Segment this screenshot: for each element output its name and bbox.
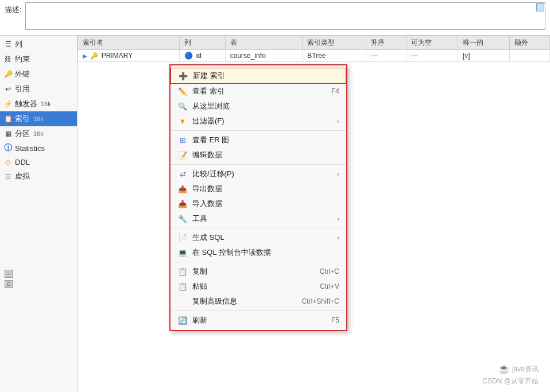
sidebar-item-triggers[interactable]: ⚡ 触发器 16k — [0, 96, 77, 111]
refresh-icon: 🔄 — [177, 315, 188, 325]
shortcut-view-index: F4 — [331, 87, 339, 95]
menu-label-import-data: 导入数据 — [192, 199, 222, 209]
divider-1 — [171, 130, 346, 131]
sidebar-item-label-constraints: 约束 — [15, 54, 30, 64]
paste-icon: 📋 — [177, 281, 188, 292]
sidebar-item-label-partitions: 分区 — [15, 129, 30, 139]
menu-label-view-index: 查看 索引 — [192, 86, 224, 96]
scrollbar-indicator[interactable] — [536, 3, 544, 11]
minimize-button[interactable]: − — [5, 270, 13, 278]
compare-migrate-arrow-icon: › — [337, 170, 339, 177]
menu-item-copy-advanced[interactable]: 复制高级信息 Ctrl+Shift+C — [171, 294, 346, 309]
menu-item-import-data[interactable]: 📥 导入数据 — [171, 196, 346, 211]
columns-icon: ☰ — [3, 40, 13, 49]
menu-item-paste[interactable]: 📋 粘贴 Ctrl+V — [171, 279, 346, 294]
menu-item-copy[interactable]: 📋 复制 Ctrl+C — [171, 264, 346, 279]
menu-label-refresh: 刷新 — [192, 315, 207, 325]
desc-input[interactable] — [25, 2, 545, 30]
new-index-icon: ➕ — [178, 71, 188, 81]
sidebar-item-statistics[interactable]: ⓘ Statistics — [0, 141, 77, 155]
divider-5 — [171, 311, 346, 311]
edit-data-icon: 📝 — [177, 150, 188, 160]
sidebar-item-label-triggers: 触发器 — [15, 99, 37, 109]
partitions-icon: ▦ — [3, 129, 13, 138]
menu-label-tools: 工具 — [192, 214, 207, 224]
foreign-keys-icon: 🔑 — [3, 69, 13, 79]
table-area: 索引名 列 表 索引类型 升序 可为空 唯一的 额外 ▶ 🔑 — [78, 36, 550, 392]
menu-item-er-diagram[interactable]: ⊞ 查看 ER 图 — [171, 133, 346, 148]
sidebar-item-columns[interactable]: ☰ 列 — [0, 37, 77, 52]
window-controls: − □ — [5, 270, 13, 288]
sidebar-item-label-references: 引用 — [15, 84, 30, 94]
ddl-icon: ◇ — [3, 157, 13, 166]
indexes-icon: 📋 — [3, 114, 13, 123]
sidebar-item-indexes[interactable]: 📋 索引 16k — [0, 111, 77, 126]
divider-3 — [171, 228, 346, 228]
menu-label-er-diagram: 查看 ER 图 — [192, 135, 229, 145]
sidebar-item-foreign-keys[interactable]: 🔑 外键 — [0, 67, 77, 81]
triggers-count: 16k — [41, 100, 51, 107]
menu-item-tools[interactable]: 🔧 工具 › — [171, 211, 346, 226]
statistics-icon: ⓘ — [3, 143, 13, 153]
view-index-icon: ✏️ — [177, 86, 188, 96]
tools-icon: 🔧 — [177, 214, 188, 224]
filter-icon: ▼ — [177, 116, 188, 126]
sidebar-item-label-statistics: Statistics — [15, 144, 45, 153]
partitions-count: 16k — [33, 130, 44, 137]
restore-button[interactable]: □ — [5, 280, 13, 288]
menu-item-view-index[interactable]: ✏️ 查看 索引 F4 — [171, 84, 346, 99]
tools-arrow-icon: › — [337, 215, 339, 222]
menu-label-export-data: 导出数据 — [192, 184, 222, 194]
sidebar-item-constraints[interactable]: ⛓ 约束 — [0, 52, 77, 67]
filter-arrow-icon: › — [337, 118, 339, 125]
shortcut-refresh: F5 — [331, 316, 339, 324]
menu-label-read-sql: 在 SQL 控制台中读数据 — [192, 247, 271, 258]
menu-item-new-index[interactable]: ➕ 新建 索引 — [171, 68, 346, 84]
menu-item-read-sql[interactable]: 💻 在 SQL 控制台中读数据 — [171, 245, 346, 260]
sidebar-item-label-foreign-keys: 外键 — [15, 69, 30, 79]
virtual-icon: ⊡ — [3, 172, 13, 181]
menu-label-paste: 粘贴 — [192, 281, 207, 292]
constraints-icon: ⛓ — [3, 55, 13, 64]
sidebar-item-label-indexes: 索引 — [15, 114, 30, 124]
sidebar-item-references[interactable]: ↩ 引用 — [0, 81, 77, 96]
triggers-icon: ⚡ — [3, 99, 13, 108]
shortcut-copy-advanced: Ctrl+Shift+C — [302, 297, 339, 305]
references-icon: ↩ — [3, 84, 13, 94]
read-sql-icon: 💻 — [177, 247, 188, 258]
generate-sql-arrow-icon: › — [337, 234, 339, 241]
menu-item-refresh[interactable]: 🔄 刷新 F5 — [171, 313, 346, 328]
menu-label-compare-migrate: 比较/迁移(P) — [192, 169, 234, 179]
sidebar-item-label-ddl: DDL — [15, 158, 30, 166]
menu-label-browse-here: 从这里浏览 — [192, 101, 230, 111]
menu-label-filter: 过滤器(F) — [192, 116, 224, 126]
sidebar-item-ddl[interactable]: ◇ DDL — [0, 155, 77, 169]
divider-4 — [171, 262, 346, 262]
copy-advanced-icon — [177, 296, 188, 306]
context-menu: ➕ 新建 索引 ✏️ 查看 索引 F4 🔍 从这里浏览 ▼ 过滤器( — [169, 64, 347, 331]
copy-icon: 📋 — [177, 266, 188, 277]
indexes-count: 16k — [33, 115, 44, 122]
divider-2 — [171, 164, 346, 165]
menu-label-new-index: 新建 索引 — [193, 71, 225, 81]
desc-label: 描述: — [5, 2, 22, 15]
sidebar-item-virtual[interactable]: ⊡ 虚拟 — [0, 169, 77, 184]
sidebar-item-partitions[interactable]: ▦ 分区 16k — [0, 126, 77, 141]
menu-item-export-data[interactable]: 📤 导出数据 — [171, 181, 346, 196]
menu-label-generate-sql: 生成 SQL — [192, 232, 224, 243]
shortcut-copy: Ctrl+C — [320, 267, 339, 275]
menu-label-copy-advanced: 复制高级信息 — [192, 296, 237, 306]
menu-item-filter[interactable]: ▼ 过滤器(F) › — [171, 114, 346, 129]
export-data-icon: 📤 — [177, 184, 188, 194]
context-menu-overlay: ➕ 新建 索引 ✏️ 查看 索引 F4 🔍 从这里浏览 ▼ 过滤器( — [78, 36, 550, 392]
menu-item-generate-sql[interactable]: 📄 生成 SQL › — [171, 230, 346, 245]
sidebar-item-label-virtual: 虚拟 — [15, 171, 30, 181]
menu-label-edit-data: 编辑数据 — [192, 150, 222, 160]
menu-item-compare-migrate[interactable]: ⇄ 比较/迁移(P) › — [171, 166, 346, 181]
sidebar-item-label-columns: 列 — [15, 39, 22, 49]
compare-migrate-icon: ⇄ — [177, 169, 188, 179]
menu-item-edit-data[interactable]: 📝 编辑数据 — [171, 148, 346, 162]
generate-sql-icon: 📄 — [177, 232, 188, 243]
shortcut-paste: Ctrl+V — [320, 282, 339, 290]
menu-item-browse-here[interactable]: 🔍 从这里浏览 — [171, 99, 346, 114]
